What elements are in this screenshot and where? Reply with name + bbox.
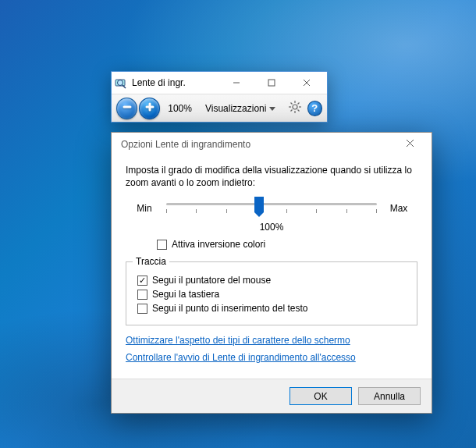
checkbox-icon [137, 276, 147, 286]
follow-mouse-label: Segui il puntatore del mouse [152, 275, 271, 286]
close-icon [406, 139, 414, 150]
zoom-out-button[interactable] [116, 98, 137, 119]
options-body: Imposta il grado di modifica della visua… [112, 156, 432, 379]
options-dialog: Opzioni Lente di ingrandimento Imposta i… [111, 132, 432, 414]
slider-min-label: Min [130, 203, 158, 214]
zoom-in-button[interactable] [139, 98, 160, 119]
views-label: Visualizzazioni [205, 103, 267, 114]
slider-max-label: Max [385, 203, 413, 214]
svg-line-17 [298, 110, 300, 112]
help-button[interactable]: ? [307, 101, 322, 116]
optimize-fonts-link[interactable]: Ottimizzare l'aspetto dei tipi di caratt… [126, 335, 417, 346]
options-titlebar[interactable]: Opzioni Lente di ingrandimento [112, 133, 432, 156]
follow-keyboard-checkbox[interactable]: Segui la tastiera [133, 289, 410, 300]
slider-track [166, 203, 377, 205]
plus-icon [144, 101, 155, 115]
svg-line-19 [291, 110, 293, 112]
settings-button[interactable] [286, 99, 304, 118]
svg-line-18 [298, 103, 300, 105]
svg-point-11 [293, 105, 297, 109]
cancel-button[interactable]: Annulla [358, 387, 421, 405]
follow-mouse-checkbox[interactable]: Segui il puntatore del mouse [133, 275, 410, 286]
slider-thumb[interactable] [254, 197, 264, 212]
options-title: Opzioni Lente di ingrandimento [121, 139, 393, 150]
tracking-group: Traccia Segui il puntatore del mouse Seg… [126, 256, 417, 325]
close-button[interactable] [289, 75, 324, 91]
svg-point-1 [118, 80, 123, 86]
zoom-percent: 100% [162, 103, 198, 114]
magnifier-toolbar: 100% Visualizzazioni [112, 94, 327, 122]
ok-button[interactable]: OK [290, 387, 352, 405]
maximize-button[interactable] [254, 75, 289, 91]
follow-keyboard-label: Segui la tastiera [152, 289, 219, 300]
svg-line-16 [291, 103, 293, 105]
magnifier-window: Lente di ingr. 100% Visualizzazioni [111, 71, 328, 123]
chevron-down-icon [269, 103, 275, 114]
startup-link[interactable]: Controllare l'avvio di Lente di ingrandi… [126, 352, 417, 363]
minus-icon [122, 101, 133, 115]
options-footer: OK Annulla [112, 379, 432, 413]
views-dropdown[interactable]: Visualizzazioni [200, 98, 282, 119]
invert-colors-checkbox[interactable]: Attiva inversione colori [126, 239, 417, 250]
slider-ticks [166, 209, 377, 214]
tracking-legend: Traccia [133, 256, 169, 267]
follow-text-checkbox[interactable]: Segui il punto di inserimento del testo [133, 303, 410, 314]
zoom-step-slider-row: Min Max [126, 197, 417, 220]
slider-instruction: Imposta il grado di modifica della visua… [126, 164, 417, 189]
checkbox-icon [137, 290, 147, 300]
magnifier-app-icon [115, 76, 127, 89]
checkbox-icon [157, 240, 167, 250]
invert-colors-label: Attiva inversione colori [172, 239, 265, 250]
minimize-button[interactable] [218, 75, 254, 91]
magnifier-title: Lente di ingr. [127, 77, 218, 88]
svg-rect-4 [268, 80, 275, 86]
gear-icon [288, 100, 302, 116]
zoom-step-slider[interactable] [166, 197, 377, 220]
slider-value: 100% [126, 222, 417, 233]
checkbox-icon [137, 304, 147, 314]
follow-text-label: Segui il punto di inserimento del testo [152, 303, 307, 314]
options-close-button[interactable] [393, 136, 427, 153]
help-icon: ? [311, 102, 318, 114]
magnifier-titlebar[interactable]: Lente di ingr. [112, 72, 327, 94]
svg-marker-10 [269, 107, 275, 111]
